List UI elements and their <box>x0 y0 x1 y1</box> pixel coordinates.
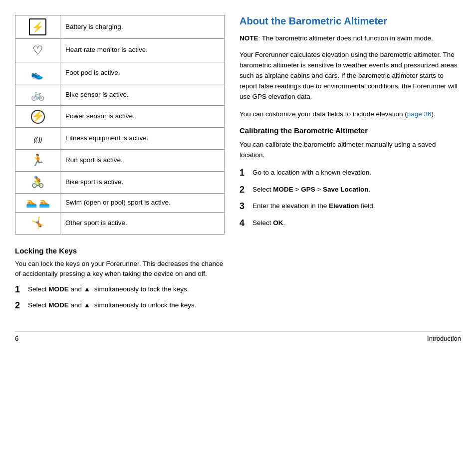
battery-charging-icon: ⚡ <box>29 18 46 35</box>
swim-pool-icon: 🏊 <box>39 197 50 209</box>
desc-fitness: Fitness equipment is active. <box>60 128 225 150</box>
page-number: 6 <box>15 335 18 342</box>
locking-step-1: 1 Select MODE and ▲ simultaneously to lo… <box>15 284 225 295</box>
locking-section: Locking the Keys You can lock the keys o… <box>15 246 225 311</box>
desc-swim: Swim (open or pool) sport is active. <box>60 193 225 212</box>
heart-rate-icon: ♡ <box>32 43 43 57</box>
table-row: 🤸 Other sport is active. <box>15 212 225 234</box>
fitness-equipment-icon: ((·)) <box>34 136 42 143</box>
other-sport-icon: 🤸 <box>31 217 44 229</box>
table-row: ♡ Heart rate monitor is active. <box>15 39 225 62</box>
barometric-note: NOTE: The barometric altimeter does not … <box>239 33 461 44</box>
cal-step-text-3: Enter the elevation in the Elevation fie… <box>252 201 461 212</box>
mode-bold-2: MODE <box>48 301 69 309</box>
desc-other-sport: Other sport is active. <box>60 212 225 234</box>
icon-table: ⚡ Battery is charging. ♡ Heart rate moni… <box>15 15 225 235</box>
page-layout: ⚡ Battery is charging. ♡ Heart rate moni… <box>15 15 461 316</box>
cal-step-num-3: 3 <box>239 201 247 212</box>
table-row: 🏊 🏊 Swim (open or pool) sport is active. <box>15 193 225 212</box>
desc-bike-sport: Bike sport is active. <box>60 171 225 193</box>
calibrating-description: You can calibrate the barometric altimet… <box>239 140 461 161</box>
step-text-1: Select MODE and ▲ simultaneously to lock… <box>28 284 225 294</box>
footpod-icon: 👟 <box>31 67 45 78</box>
icon-cell-other-sport: 🤸 <box>15 212 60 234</box>
locking-description: You can lock the keys on your Forerunner… <box>15 259 225 280</box>
barometric-heading: About the Barometric Altimeter <box>239 15 461 27</box>
desc-footpod: Foot pod is active. <box>60 62 225 84</box>
note-label: NOTE <box>239 34 258 42</box>
locking-step-2: 2 Select MODE and ▲ simultaneously to un… <box>15 300 225 311</box>
mode-bold-1: MODE <box>48 285 69 293</box>
icon-cell-heart: ♡ <box>15 39 60 62</box>
icon-cell-footpod: 👟 <box>15 62 60 84</box>
swim-icons: 🏊 🏊 <box>19 197 56 209</box>
icon-cell-run: 🏃 <box>15 149 60 171</box>
table-row: 🏃 Run sport is active. <box>15 149 225 171</box>
locking-steps: 1 Select MODE and ▲ simultaneously to lo… <box>15 284 225 311</box>
gps-bold-cal: GPS <box>301 186 315 193</box>
icon-cell-bike-sensor: 🚲 <box>15 84 60 106</box>
desc-power-sensor: Power sensor is active. <box>60 106 225 128</box>
cal-step-num-4: 4 <box>239 218 247 229</box>
cal-step-num-2: 2 <box>239 185 247 196</box>
footer-section: Introduction <box>427 335 461 342</box>
icon-cell-bike-sport: 🚴 <box>15 171 60 193</box>
cal-step-num-1: 1 <box>239 168 247 179</box>
bike-sport-icon: 🚴 <box>31 176 44 188</box>
left-column: ⚡ Battery is charging. ♡ Heart rate moni… <box>15 15 225 316</box>
swim-open-icon: 🏊 <box>26 197 37 209</box>
body2-before: You can customize your data fields to in… <box>239 110 407 118</box>
table-row: ⚡ Battery is charging. <box>15 15 225 39</box>
desc-heart: Heart rate monitor is active. <box>60 39 225 62</box>
ok-bold: OK <box>273 219 283 227</box>
cal-step-1: 1 Go to a location with a known elevatio… <box>239 168 461 179</box>
elevation-bold: Elevation <box>329 202 359 210</box>
cal-step-4: 4 Select OK. <box>239 218 461 229</box>
cal-step-text-1: Go to a location with a known elevation. <box>252 168 461 178</box>
icon-cell-power-sensor: ⚡ <box>15 106 60 128</box>
cal-step-2: 2 Select MODE > GPS > Save Location. <box>239 185 461 196</box>
table-row: 👟 Foot pod is active. <box>15 62 225 84</box>
desc-bike-sensor: Bike sensor is active. <box>60 84 225 106</box>
cal-step-3: 3 Enter the elevation in the Elevation f… <box>239 201 461 212</box>
step-number-2: 2 <box>15 300 24 311</box>
calibrating-heading: Calibrating the Barometric Altimeter <box>239 126 461 135</box>
power-sensor-icon: ⚡ <box>31 110 45 124</box>
icon-cell-battery: ⚡ <box>15 15 60 39</box>
step-text-2: Select MODE and ▲ simultaneously to unlo… <box>28 300 225 310</box>
step-number-1: 1 <box>15 284 24 295</box>
table-row: 🚴 Bike sport is active. <box>15 171 225 193</box>
icon-cell-swim: 🏊 🏊 <box>15 193 60 212</box>
cal-step-text-2: Select MODE > GPS > Save Location. <box>252 185 461 195</box>
calibrating-section: Calibrating the Barometric Altimeter You… <box>239 126 461 229</box>
table-row: ((·)) Fitness equipment is active. <box>15 128 225 150</box>
cal-step-text-4: Select OK. <box>252 218 461 229</box>
body2-after: ). <box>432 110 436 118</box>
savelocation-bold-cal: Save Location <box>323 186 369 193</box>
calibrating-steps: 1 Go to a location with a known elevatio… <box>239 168 461 229</box>
mode-bold-cal: MODE <box>273 186 293 193</box>
desc-run: Run sport is active. <box>60 149 225 171</box>
page-footer: 6 Introduction <box>15 331 461 342</box>
desc-battery: Battery is charging. <box>60 15 225 39</box>
barometric-body1: Your Forerunner calculates elevation usi… <box>239 50 461 102</box>
icon-cell-fitness: ((·)) <box>15 128 60 150</box>
table-row: 🚲 Bike sensor is active. <box>15 84 225 106</box>
table-row: ⚡ Power sensor is active. <box>15 106 225 128</box>
right-column: About the Barometric Altimeter NOTE: The… <box>239 15 461 235</box>
note-text: : The barometric altimeter does not func… <box>258 34 433 42</box>
svg-text:👟: 👟 <box>31 68 43 80</box>
run-sport-icon: 🏃 <box>31 154 44 166</box>
locking-title: Locking the Keys <box>15 246 225 255</box>
bike-sensor-icon: 🚲 <box>31 88 44 101</box>
page36-link[interactable]: page 36 <box>407 110 432 118</box>
barometric-body2: You can customize your data fields to in… <box>239 109 461 120</box>
